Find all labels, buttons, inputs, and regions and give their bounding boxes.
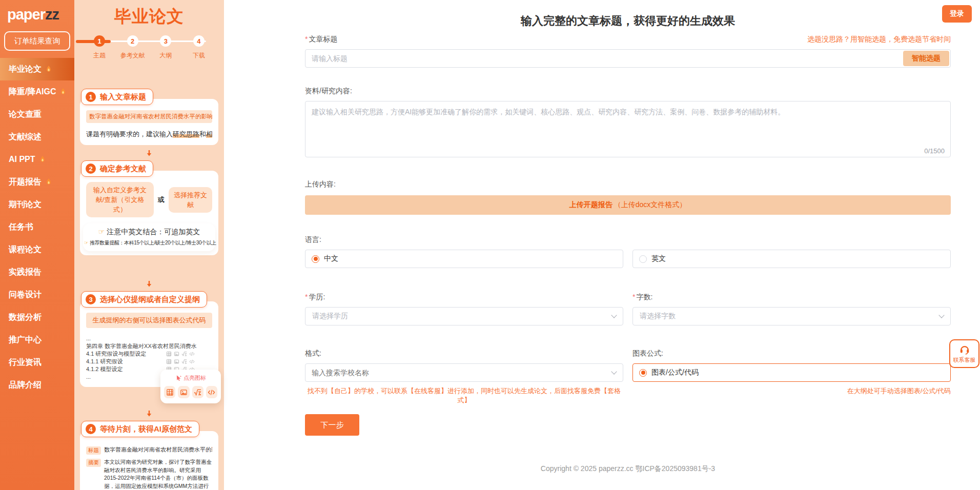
order-result-query-button[interactable]: 订单结果查询: [4, 31, 70, 51]
image-icon: [174, 359, 179, 364]
page-title: 输入完整的文章标题，获得更好的生成效果: [305, 13, 951, 29]
formula-icon: [181, 359, 187, 364]
sidebar-item-label: 行业资讯: [9, 357, 42, 368]
sidebar-item[interactable]: 数据分析: [0, 306, 74, 329]
step-label: 下载: [193, 51, 205, 60]
stepper-step[interactable]: 1 主题: [86, 35, 113, 60]
school-search-input[interactable]: [305, 363, 623, 382]
down-arrow-icon: [80, 280, 218, 288]
sidebar-item-label: 实践报告: [9, 267, 42, 278]
step2-header: 2 确定参考文献: [81, 160, 153, 177]
sidebar-item[interactable]: 品牌介绍: [0, 374, 74, 396]
wizard-title: 毕业论文: [80, 5, 218, 28]
sidebar: paperzz 订单结果查询 毕业论文 降重/降AIGC 论文查重 文献综述: [0, 0, 74, 490]
upload-label: 上传内容:: [305, 180, 951, 189]
outline-text: 4.1.2 模型设定: [86, 365, 164, 373]
image-icon: [178, 386, 189, 398]
outline-row: ...: [86, 335, 212, 342]
step-number: 4: [193, 35, 205, 47]
smart-topic-link[interactable]: 选题没思路？用智能选题，免费选题节省时间: [807, 35, 951, 44]
step-number: 3: [160, 35, 171, 47]
code-icon: [189, 359, 195, 364]
stepper: 1 主题 2 参考文献 3 大纲 4 下载: [80, 35, 218, 67]
step4-title: 等待片刻，获得AI原创范文: [100, 424, 192, 434]
degree-select[interactable]: 请选择学历: [305, 307, 623, 325]
chevron-down-icon: [611, 312, 617, 318]
sidebar-item-label: 数据分析: [9, 312, 42, 323]
material-label: 资料/研究内容:: [305, 87, 951, 96]
table-icon: [166, 351, 172, 357]
outline-row: 4.1 研究假设与模型设定: [86, 350, 212, 358]
sidebar-item-label: 降重/降AIGC: [9, 87, 56, 97]
down-arrow-icon: [80, 410, 218, 418]
step4-header: 4 等待片刻，获得AI原创范文: [81, 421, 199, 437]
language-option-chinese[interactable]: 中文: [305, 250, 623, 268]
smart-topic-button[interactable]: 智能选题: [903, 51, 949, 66]
step1-header: 1 输入文章标题: [81, 89, 153, 105]
language-option-english[interactable]: 英文: [632, 250, 951, 268]
format-label: 格式:: [305, 349, 623, 358]
abstract-badge: 摘要: [86, 459, 101, 467]
sidebar-item[interactable]: 论文查重: [0, 103, 74, 126]
next-step-button[interactable]: 下一步: [305, 414, 359, 436]
wizard-panel: 毕业论文 1 主题 2 参考文献 3 大纲: [74, 0, 224, 490]
stepper-step[interactable]: 2 参考文献: [119, 35, 146, 60]
icon-callout: 点亮图标: [160, 370, 221, 403]
sidebar-item[interactable]: AI PPT: [0, 148, 74, 171]
sidebar-item[interactable]: 降重/降AIGC: [0, 80, 74, 103]
step2-number: 2: [86, 164, 96, 174]
contact-service-widget[interactable]: 联系客服: [949, 339, 979, 368]
outline-text: 4.1.1 研究假设: [86, 358, 164, 365]
main-content: 登录 输入完整的文章标题，获得更好的生成效果 *文章标题 选题没思路？用智能选题…: [224, 0, 980, 490]
outline-text: 4.1 研究假设与模型设定: [86, 350, 164, 358]
sidebar-item-label: 推广中心: [9, 335, 42, 345]
outline-text: ...: [86, 373, 91, 381]
step-label: 大纲: [159, 51, 172, 60]
material-textarea[interactable]: [305, 101, 951, 157]
sample-title-chip: 数字普惠金融对河南省农村居民消费水平的影响研究: [86, 110, 212, 123]
outline-text: 第四章 数字普惠金融对XX省农村居民消费水: [86, 342, 197, 350]
sidebar-item[interactable]: 行业资讯: [0, 351, 74, 374]
chevron-down-icon: [938, 312, 944, 318]
char-counter: 0/1500: [924, 147, 945, 155]
step4-card: 标题 数字普惠金融对河南省农村居民消费水平的影响研究 摘要 本文以河南省为研究对…: [80, 431, 218, 490]
sidebar-item-label: 品牌介绍: [9, 380, 42, 391]
sidebar-item[interactable]: 课程论文: [0, 238, 74, 261]
title-input[interactable]: [305, 49, 951, 68]
sidebar-item[interactable]: 期刊论文: [0, 193, 74, 216]
result-title: 数字普惠金融对河南省农村居民消费水平的影响研究: [104, 446, 212, 454]
step1-title: 输入文章标题: [100, 92, 146, 102]
sidebar-item[interactable]: 实践报告: [0, 261, 74, 283]
title-field-label: *文章标题: [305, 35, 337, 44]
radio-icon: [312, 255, 319, 263]
degree-label: *学历:: [305, 293, 623, 302]
pointer-hand-icon: ☞: [98, 228, 105, 236]
sidebar-item[interactable]: 毕业论文: [0, 58, 74, 80]
flame-icon: [45, 65, 53, 73]
sidebar-item-label: 期刊论文: [9, 199, 42, 210]
stepper-step[interactable]: 3 大纲: [152, 35, 179, 60]
stepper-step[interactable]: 4 下载: [186, 35, 212, 60]
sidebar-item-label: 开题报告: [9, 177, 42, 188]
copyright-footer: Copyright © 2025 paperzz.cc 鄂ICP备2025093…: [305, 464, 951, 474]
or-label: 或: [158, 195, 165, 205]
title-badge: 标题: [86, 446, 101, 455]
sidebar-item[interactable]: 文献综述: [0, 126, 74, 148]
pointer-hand-icon: ☞: [84, 240, 89, 246]
upload-report-button[interactable]: 上传开题报告 （上传docx文件格式）: [305, 195, 951, 215]
sidebar-item[interactable]: 推广中心: [0, 329, 74, 351]
sidebar-item-label: 文献综述: [9, 132, 42, 142]
step3-title: 选择心仪提纲或者自定义提纲: [100, 295, 200, 304]
sidebar-item[interactable]: 开题报告: [0, 171, 74, 193]
result-abstract: 本文以河南省为研究对象，探讨了数字普惠金融对农村居民消费水平的影响。研究采用20…: [104, 458, 212, 490]
sidebar-item[interactable]: 任务书: [0, 216, 74, 238]
chart-formula-label: 图表公式:: [632, 349, 951, 358]
reference-note: ☞ 注意中英文结合：可追加英文 ☞ 推荐数量提醒：本科15个以上/硕士20个以上…: [83, 223, 215, 251]
chart-formula-option[interactable]: 图表/公式/代码: [632, 363, 951, 382]
login-button[interactable]: 登录: [942, 5, 972, 23]
word-count-select[interactable]: 请选择字数: [632, 307, 951, 325]
contact-service-label: 联系客服: [953, 356, 976, 364]
sidebar-item[interactable]: 问卷设计: [0, 283, 74, 306]
flame-icon: [45, 178, 53, 186]
step2-title: 确定参考文献: [100, 164, 146, 174]
